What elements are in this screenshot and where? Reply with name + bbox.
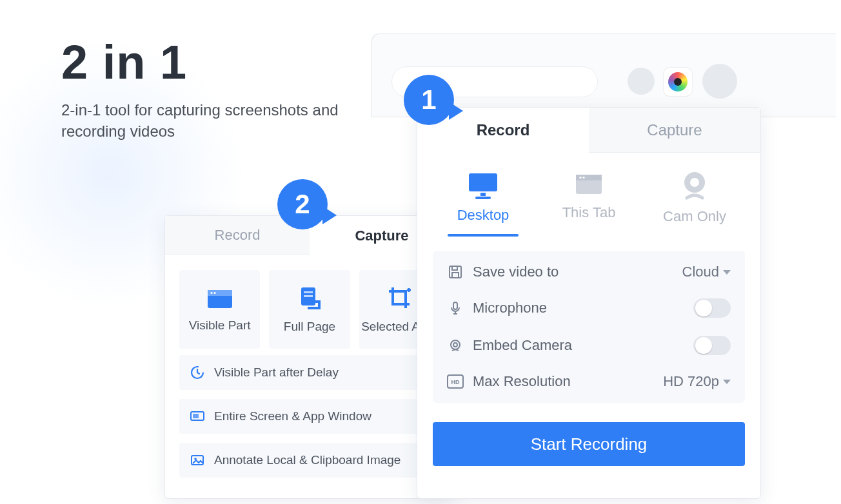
svg-rect-16	[475, 197, 491, 199]
window-icon	[206, 286, 233, 309]
callout-bubble-2: 2	[277, 179, 328, 229]
headline-title: 2 in 1	[61, 37, 358, 88]
save-icon	[447, 264, 464, 280]
svg-point-3	[213, 292, 215, 294]
camera-toggle[interactable]	[693, 336, 731, 355]
source-this-tab[interactable]: This Tab	[540, 170, 637, 237]
source-row: Desktop This Tab Cam Only	[417, 153, 760, 242]
setting-label: Embed Camera	[473, 337, 572, 354]
setting-label: Save video to	[473, 264, 559, 280]
svg-point-30	[453, 343, 457, 347]
bubble-tail	[322, 206, 337, 224]
hd-icon: HD	[447, 373, 464, 390]
record-popup-tabs: Record Capture	[417, 108, 760, 153]
capture-tiles: Visible Part Full Page Selected Area	[165, 255, 454, 355]
extension-icon[interactable]	[664, 68, 692, 96]
capture-popup: Record Capture Visible Part Full Page Se…	[164, 215, 455, 499]
bubble-number: 1	[421, 84, 436, 115]
resolution-dropdown[interactable]: HD 720p	[663, 373, 731, 390]
scroll-page-icon	[298, 285, 321, 311]
chevron-down-icon	[723, 380, 731, 384]
chevron-down-icon	[723, 270, 731, 275]
setting-embed-camera: Embed Camera	[433, 327, 745, 364]
profile-avatar[interactable]	[702, 64, 737, 99]
setting-microphone: Microphone	[433, 289, 745, 327]
svg-rect-24	[452, 266, 457, 270]
svg-rect-11	[193, 414, 199, 418]
list-item-visible-delay[interactable]: Visible Part after Delay	[179, 355, 440, 390]
svg-point-2	[210, 292, 212, 294]
clock-icon	[190, 365, 205, 380]
toolbar-dot	[628, 68, 655, 95]
record-settings: Save video to Cloud Microphone Embed C	[433, 251, 745, 403]
svg-rect-6	[304, 295, 313, 297]
svg-rect-15	[480, 193, 486, 196]
source-label: This Tab	[562, 204, 616, 221]
svg-rect-26	[453, 302, 457, 309]
headline-block: 2 in 1 2-in-1 tool for capturing screens…	[61, 37, 358, 142]
microphone-toggle[interactable]	[693, 298, 731, 318]
tab-icon	[572, 170, 606, 198]
svg-point-19	[579, 177, 581, 179]
svg-rect-25	[452, 273, 459, 278]
svg-point-20	[582, 177, 584, 179]
svg-rect-5	[304, 291, 313, 293]
list-item-label: Visible Part after Delay	[214, 365, 339, 380]
svg-point-22	[690, 178, 699, 187]
active-underline	[448, 234, 519, 237]
dropdown-value: HD 720p	[663, 373, 719, 390]
monitor-icon	[190, 409, 205, 424]
camera-icon	[668, 72, 688, 92]
list-item-annotate[interactable]: Annotate Local & Clipboard Image	[179, 443, 440, 478]
camera-icon	[447, 337, 464, 354]
tile-visible-part[interactable]: Visible Part	[179, 270, 260, 349]
tile-label: Full Page	[284, 320, 335, 334]
setting-resolution: HD Max Resolution HD 720p	[433, 364, 745, 399]
setting-save-to: Save video to Cloud	[433, 255, 745, 289]
setting-label: Microphone	[473, 300, 547, 316]
capture-list: Visible Part after Delay Entire Screen &…	[165, 355, 454, 485]
tab-capture[interactable]: Capture	[589, 108, 760, 152]
microphone-icon	[447, 300, 464, 316]
svg-rect-14	[469, 173, 497, 191]
list-item-label: Entire Screen & App Window	[214, 409, 371, 423]
tile-full-page[interactable]: Full Page	[269, 270, 350, 349]
source-label: Cam Only	[663, 208, 726, 225]
crop-icon	[386, 285, 412, 311]
bubble-number: 2	[295, 189, 310, 220]
image-icon	[190, 452, 205, 468]
source-desktop[interactable]: Desktop	[435, 170, 531, 237]
start-recording-button[interactable]: Start Recording	[433, 422, 745, 466]
desktop-icon	[465, 170, 501, 200]
svg-text:HD: HD	[451, 379, 460, 385]
source-cam-only[interactable]: Cam Only	[646, 170, 743, 237]
bubble-tail	[449, 102, 463, 120]
callout-bubble-1: 1	[404, 75, 454, 125]
list-item-entire-screen[interactable]: Entire Screen & App Window	[179, 399, 440, 434]
list-item-label: Annotate Local & Clipboard Image	[214, 453, 401, 467]
webcam-icon	[679, 170, 710, 202]
source-label: Desktop	[457, 207, 510, 224]
tile-label: Visible Part	[189, 318, 251, 333]
save-to-dropdown[interactable]: Cloud	[682, 264, 731, 280]
record-popup: Record Capture Desktop This Tab Cam Only	[417, 107, 761, 499]
svg-point-29	[451, 340, 460, 349]
headline-subtitle: 2-in-1 tool for capturing screenshots an…	[61, 99, 358, 142]
setting-label: Max Resolution	[473, 373, 571, 390]
dropdown-value: Cloud	[682, 264, 719, 280]
